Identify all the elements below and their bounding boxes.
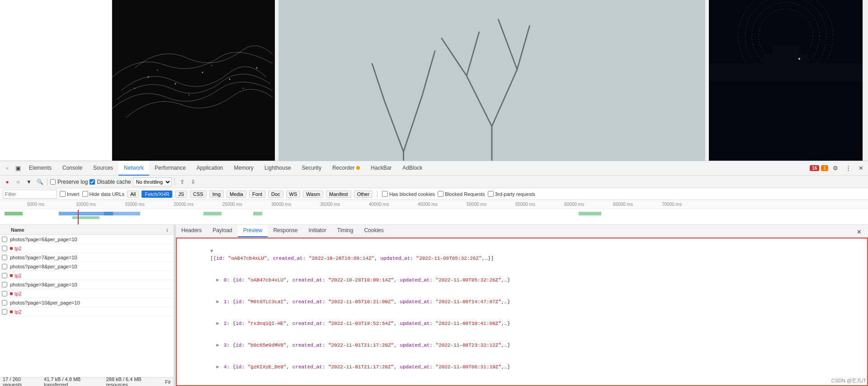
requests-header: Name ↕ bbox=[0, 225, 174, 235]
filter-font[interactable]: Font bbox=[249, 191, 265, 198]
tab-console[interactable]: Console bbox=[57, 161, 88, 176]
filter-doc[interactable]: Doc bbox=[268, 191, 283, 198]
photo-startrails bbox=[709, 0, 863, 161]
tab-application[interactable]: Application bbox=[191, 161, 229, 176]
tab-hackbar[interactable]: HackBar bbox=[365, 161, 397, 176]
import-btn[interactable]: ⇪ bbox=[178, 177, 187, 186]
finish-label: Fir bbox=[165, 379, 171, 385]
invert-checkbox[interactable]: Invert bbox=[60, 191, 80, 197]
filter-css[interactable]: CSS bbox=[190, 191, 207, 198]
json-line-1: ► 0: {id: "oAB47cb4xLU", created_at: "20… bbox=[180, 269, 863, 291]
timeline-chart bbox=[0, 209, 868, 225]
third-party-checkbox[interactable]: 3rd-party requests bbox=[488, 191, 535, 197]
tab-elements[interactable]: Elements bbox=[24, 161, 57, 176]
svg-point-4 bbox=[229, 79, 231, 80]
filter-fetch-xhr[interactable]: Fetch/XHR bbox=[142, 191, 172, 198]
svg-rect-19 bbox=[772, 45, 799, 81]
timeline-area[interactable]: 5000 ms 10000 ms 15000 ms 20000 ms 25000… bbox=[0, 200, 868, 225]
filter-manifest[interactable]: Manifest bbox=[326, 191, 351, 198]
tab-preview[interactable]: Preview bbox=[238, 225, 268, 237]
device-mode-btn[interactable]: ▣ bbox=[13, 163, 24, 174]
filter-img[interactable]: Img bbox=[209, 191, 224, 198]
filter-wasm[interactable]: Wasm bbox=[303, 191, 323, 198]
record-btn[interactable]: ● bbox=[3, 177, 12, 186]
svg-point-8 bbox=[243, 88, 244, 89]
timeline-bar-blue-2 bbox=[104, 212, 140, 215]
tab-timing[interactable]: Timing bbox=[332, 225, 359, 237]
main-content: Name ↕ photos?page=6&per_page=10 tp2 bbox=[0, 225, 868, 386]
clear-btn[interactable]: ○ bbox=[14, 177, 23, 186]
error-indicator bbox=[10, 247, 13, 250]
webpage-area bbox=[0, 0, 868, 161]
svg-point-3 bbox=[202, 72, 203, 73]
filter-js[interactable]: JS bbox=[175, 191, 187, 198]
list-item-tp2-2[interactable]: tp2 bbox=[0, 271, 174, 280]
svg-rect-0 bbox=[112, 0, 275, 161]
timeline-bar-green bbox=[5, 212, 23, 215]
tab-response[interactable]: Response bbox=[268, 225, 303, 237]
disable-cache-checkbox[interactable]: Disable cache bbox=[90, 179, 131, 185]
list-item-tp2-3[interactable]: tp2 bbox=[0, 289, 174, 298]
filter-icon-btn[interactable]: ▼ bbox=[24, 177, 33, 186]
timeline-bar-green-3 bbox=[203, 212, 222, 215]
hide-data-urls-checkbox[interactable]: Hide data URLs bbox=[82, 191, 125, 197]
col-name: Name bbox=[11, 227, 163, 233]
svg-point-1 bbox=[148, 76, 149, 78]
error-indicator-2 bbox=[10, 274, 13, 277]
list-item-page10[interactable]: photos?page=10&per_page=10 bbox=[0, 298, 174, 307]
throttle-select[interactable]: No throttling bbox=[133, 177, 172, 186]
json-line-6: ► 5: {id: "I5Xx1tuMas5", created_at: "20… bbox=[180, 378, 863, 386]
more-btn[interactable]: ⋮ bbox=[843, 163, 854, 174]
preview-tabs: Headers Payload Preview Response Initiat… bbox=[176, 225, 868, 238]
error-indicator-4 bbox=[10, 310, 13, 313]
list-item-page8[interactable]: photos?page=8&per_page=10 bbox=[0, 262, 174, 271]
tab-memory[interactable]: Memory bbox=[229, 161, 259, 176]
settings-btn[interactable]: ⚙ bbox=[830, 163, 841, 174]
pane-resize-handle[interactable]: ↕ bbox=[163, 227, 172, 233]
requests-list: photos?page=6&per_page=10 tp2 photos?pag… bbox=[0, 235, 174, 377]
preview-content[interactable]: ▼ [{id: "oAB47cb4xLU", created_at: "2022… bbox=[176, 238, 868, 386]
tab-initiator[interactable]: Initiator bbox=[303, 225, 331, 237]
filter-ws[interactable]: WS bbox=[286, 191, 301, 198]
tab-performance[interactable]: Performance bbox=[149, 161, 191, 176]
export-btn[interactable]: ⇩ bbox=[189, 177, 198, 186]
list-item-tp2-4[interactable]: tp2 bbox=[0, 307, 174, 316]
list-item-tp2-1[interactable]: tp2 bbox=[0, 244, 174, 253]
filter-media[interactable]: Media bbox=[226, 191, 246, 198]
filter-all[interactable]: All bbox=[127, 191, 139, 198]
tab-security[interactable]: Security bbox=[297, 161, 327, 176]
devtools-tabs: Elements Console Sources Network Perform… bbox=[24, 161, 810, 176]
list-item-page7[interactable]: photos?page=7&per_page=10 bbox=[0, 253, 174, 262]
network-toolbar: ● ○ ▼ 🔍 Preserve log Disable cache No th… bbox=[0, 176, 868, 188]
requests-pane: Name ↕ photos?page=6&per_page=10 tp2 bbox=[0, 225, 174, 386]
filter-other[interactable]: Other bbox=[354, 191, 373, 198]
devtools-panel: ▫ ▣ Elements Console Sources Network Per… bbox=[0, 161, 868, 386]
tab-headers[interactable]: Headers bbox=[176, 225, 207, 237]
list-item-page9[interactable]: photos?page=9&per_page=10 bbox=[0, 280, 174, 289]
tab-network[interactable]: Network bbox=[118, 161, 149, 176]
separator-filter bbox=[377, 191, 377, 198]
filter-bar: Invert Hide data URLs All Fetch/XHR JS C… bbox=[0, 188, 868, 200]
page-scrollbar[interactable] bbox=[863, 0, 868, 161]
tab-sources[interactable]: Sources bbox=[88, 161, 118, 176]
search-btn[interactable]: 🔍 bbox=[35, 177, 44, 186]
status-bar: 17 / 260 requests 41.7 kB / 4.8 MB trans… bbox=[0, 377, 174, 386]
has-blocked-cookies-checkbox[interactable]: Has blocked cookies bbox=[382, 191, 435, 197]
blocked-requests-checkbox[interactable]: Blocked Requests bbox=[438, 191, 485, 197]
close-preview-btn[interactable]: ✕ bbox=[854, 226, 864, 237]
filter-input[interactable] bbox=[3, 190, 57, 199]
separator-2 bbox=[175, 178, 175, 186]
close-devtools-btn[interactable]: ✕ bbox=[855, 163, 866, 174]
list-item[interactable]: photos?page=6&per_page=10 bbox=[0, 235, 174, 244]
error-badge: 16 bbox=[810, 165, 819, 171]
tab-cookies[interactable]: Cookies bbox=[359, 225, 389, 237]
preserve-log-checkbox[interactable]: Preserve log bbox=[50, 179, 88, 185]
tab-payload[interactable]: Payload bbox=[207, 225, 237, 237]
inspect-element-btn[interactable]: ▫ bbox=[2, 163, 13, 174]
tab-lighthouse[interactable]: Lighthouse bbox=[259, 161, 297, 176]
json-line-0: ▼ [{id: "oAB47cb4xLU", created_at: "2022… bbox=[180, 240, 863, 269]
warn-badge: 1 bbox=[821, 165, 828, 171]
tab-adblock[interactable]: AdBlock bbox=[397, 161, 428, 176]
tab-recorder[interactable]: Recorder bbox=[327, 161, 365, 176]
svg-point-20 bbox=[798, 58, 800, 60]
